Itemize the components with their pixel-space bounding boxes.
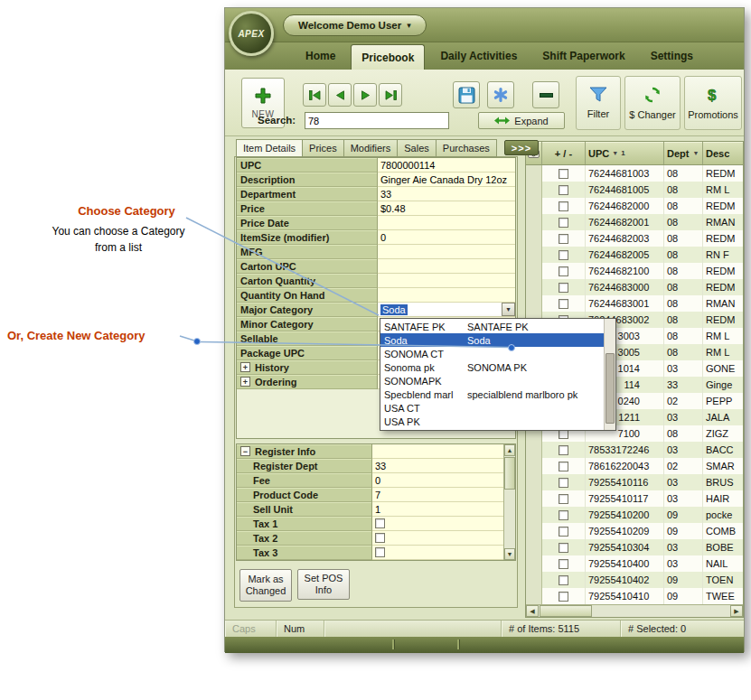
field-value-itemsize-modifier[interactable]: 0 xyxy=(378,230,515,245)
grid-row[interactable]: 7925541011603BRUS xyxy=(526,474,743,490)
detail-tab-purchases[interactable]: Purchases xyxy=(436,139,497,157)
nav-tab-home[interactable]: Home xyxy=(296,42,345,70)
field-value-description[interactable]: Ginger Aie Canada Dry 12oz xyxy=(378,173,515,187)
row-checkbox[interactable] xyxy=(559,494,568,504)
detail-tab-prices[interactable]: Prices xyxy=(302,139,344,157)
grid-row[interactable]: 7624468200008REDM xyxy=(526,198,743,214)
nav-tab-settings[interactable]: Settings xyxy=(641,42,703,70)
grid-column-desc[interactable]: Desc xyxy=(703,142,743,164)
field-value-tax-2[interactable] xyxy=(372,531,503,546)
row-checkbox[interactable] xyxy=(559,462,568,471)
grid-horizontal-scrollbar[interactable]: ◀ ▶ xyxy=(526,604,743,617)
field-value-carton-upc[interactable] xyxy=(378,259,515,274)
row-checkbox[interactable] xyxy=(559,575,568,585)
save-button[interactable] xyxy=(453,81,480,108)
expand-button[interactable]: Expand xyxy=(478,112,565,129)
last-record-button[interactable] xyxy=(379,83,402,107)
detail-tab-sales[interactable]: Sales xyxy=(397,139,437,157)
row-checkbox[interactable] xyxy=(559,218,568,228)
dropdown-item[interactable]: Sonoma pkSONOMA PK xyxy=(380,360,604,374)
row-checkbox[interactable] xyxy=(559,185,568,195)
dropdown-item[interactable]: USA CT xyxy=(380,401,604,415)
scroll-down-icon[interactable]: ▼ xyxy=(504,548,515,560)
expand-plus-icon[interactable]: + xyxy=(240,377,250,387)
grid-row[interactable]: 7624468300008REDM xyxy=(526,279,743,295)
register-scrollbar[interactable]: ▲ ▼ xyxy=(503,444,515,560)
detail-tab-modifiers[interactable]: Modifiers xyxy=(343,139,399,157)
field-value-major-category[interactable]: Soda▾ xyxy=(378,303,515,317)
row-checkbox[interactable] xyxy=(559,445,568,455)
field-value-department[interactable]: 33 xyxy=(378,187,515,201)
dropdown-item[interactable]: Specblend marlspecialblend marlboro pk xyxy=(380,387,604,401)
field-value-price-date[interactable] xyxy=(378,216,515,230)
search-input[interactable] xyxy=(305,112,449,129)
welcome-user-button[interactable]: Welcome Demo User ▾ xyxy=(283,14,427,36)
row-checkbox[interactable] xyxy=(559,234,568,244)
field-value-register-dept[interactable]: 33 xyxy=(372,459,503,473)
row-checkbox[interactable] xyxy=(559,592,568,602)
dropdown-item[interactable]: USA PK xyxy=(380,415,604,428)
delete-button[interactable] xyxy=(532,81,559,108)
field-value-carton-quantity[interactable] xyxy=(378,274,515,288)
row-checkbox[interactable] xyxy=(559,266,568,276)
previous-record-button[interactable] xyxy=(328,83,352,107)
dropdown-item[interactable]: SONOMA CT xyxy=(380,347,604,360)
grid-column-dept[interactable]: Dept▼ xyxy=(664,142,703,164)
row-checkbox[interactable] xyxy=(559,250,568,260)
row-checkbox[interactable] xyxy=(559,169,568,179)
checkbox[interactable] xyxy=(375,518,385,528)
cancel-button[interactable] xyxy=(487,81,514,108)
scrollbar-thumb[interactable] xyxy=(540,605,592,617)
next-record-button[interactable] xyxy=(353,83,377,107)
field-value-quantity-on-hand[interactable] xyxy=(378,288,515,303)
grid-column-select[interactable]: + / - xyxy=(542,142,586,164)
nav-tab-daily-activities[interactable]: Daily Activities xyxy=(430,42,527,70)
field-value-upc[interactable]: 7800000114 xyxy=(378,158,515,173)
dropdown-scrollbar[interactable] xyxy=(604,319,615,430)
grid-row[interactable]: 7624468100308REDM xyxy=(526,165,743,182)
grid-row[interactable]: 7925541020909COMB xyxy=(526,523,743,539)
grid-row[interactable]: 7624468200508RN F xyxy=(526,247,743,263)
row-checkbox[interactable] xyxy=(559,559,568,569)
scroll-up-icon[interactable]: ▲ xyxy=(504,444,515,456)
dropdown-item[interactable]: SONOMAPK xyxy=(380,374,604,387)
dropdown-item[interactable]: SANTAFE PKSANTAFE PK xyxy=(380,320,604,333)
field-value-sell-unit[interactable]: 1 xyxy=(372,502,503,517)
row-checkbox[interactable] xyxy=(559,478,568,488)
row-checkbox[interactable] xyxy=(559,527,568,537)
checkbox[interactable] xyxy=(375,533,385,543)
checkbox[interactable] xyxy=(375,547,385,557)
nav-tab-shift-paperwork[interactable]: Shift Paperwork xyxy=(532,42,634,70)
field-value-tax-3[interactable] xyxy=(372,546,503,560)
row-checkbox[interactable] xyxy=(559,201,568,211)
mark-as-changed-button[interactable]: Mark as Changed xyxy=(239,569,292,602)
grid-column-upc[interactable]: UPC▼1 xyxy=(586,142,664,164)
detail-tab-more[interactable]: >>> xyxy=(504,140,539,155)
grid-row[interactable]: 7925541011703HAIR xyxy=(526,490,743,507)
field-value-fee[interactable]: 0 xyxy=(372,473,503,488)
scrollbar-thumb[interactable] xyxy=(605,353,615,424)
row-checkbox[interactable] xyxy=(559,543,568,553)
grid-row[interactable]: 7624468300108RMAN xyxy=(526,295,743,312)
promotions-button[interactable]: $ Promotions xyxy=(684,76,742,130)
field-value-tax-1[interactable] xyxy=(372,517,503,531)
field-value-mfg[interactable] xyxy=(378,245,515,259)
row-checkbox[interactable] xyxy=(559,510,568,520)
combo-dropdown-button[interactable]: ▾ xyxy=(502,303,515,316)
first-record-button[interactable] xyxy=(303,83,326,107)
scrollbar-thumb[interactable] xyxy=(504,457,515,490)
field-value-product-code[interactable]: 7 xyxy=(372,488,503,502)
price-changer-button[interactable]: $ Changer xyxy=(624,76,681,130)
grid-row[interactable]: 7925541041009TWEE xyxy=(526,588,743,604)
grid-row[interactable]: 7853317224603BACC xyxy=(526,442,743,458)
field-value-price[interactable]: $0.48 xyxy=(378,201,515,216)
scroll-left-icon[interactable]: ◀ xyxy=(526,605,539,617)
grid-row[interactable]: 7624468200108RMAN xyxy=(526,214,743,230)
filter-button[interactable]: Filter xyxy=(576,76,621,130)
grid-row[interactable]: 7925541040209TOEN xyxy=(526,572,743,588)
grid-row[interactable]: 7624468200308REDM xyxy=(526,230,743,247)
row-checkbox[interactable] xyxy=(559,299,568,309)
detail-tab-item-details[interactable]: Item Details xyxy=(236,139,303,157)
grid-row[interactable]: 7925541030403BOBE xyxy=(526,539,743,555)
grid-row[interactable]: 7925541040003NAIL xyxy=(526,555,743,572)
